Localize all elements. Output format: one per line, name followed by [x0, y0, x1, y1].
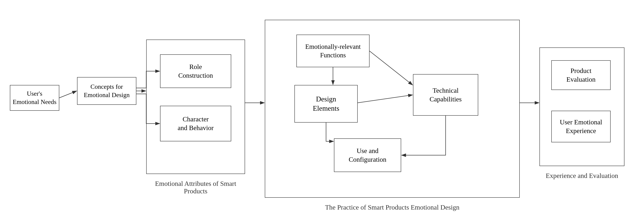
technical-capabilities-box: TechnicalCapabilities [413, 74, 478, 116]
concepts-emotional-design-box: Concepts forEmotional Design [77, 77, 136, 105]
use-configuration-box: Use andConfiguration [334, 138, 401, 172]
character-behavior-box: Characterand Behavior [160, 106, 231, 141]
emotionally-relevant-label: Emotionally-relevantFunctions [305, 42, 361, 60]
experience-evaluation-label: Experience and Evaluation [540, 172, 624, 180]
svg-line-1 [59, 91, 77, 98]
design-elements-box: DesignElements [294, 85, 358, 122]
practice-label: The Practice of Smart Products Emotional… [265, 204, 520, 211]
concepts-emotional-design-label: Concepts forEmotional Design [84, 83, 130, 99]
use-configuration-label: Use andConfiguration [349, 146, 386, 164]
user-emotional-experience-label: User EmotionalExperience [560, 118, 602, 135]
emotional-attributes-label: Emotional Attributes of Smart Products [146, 180, 245, 195]
role-construction-box: RoleConstruction [160, 54, 231, 88]
user-emotional-experience-box: User EmotionalExperience [551, 111, 610, 142]
product-evaluation-box: ProductEvaluation [551, 60, 610, 90]
users-emotional-needs-box: User'sEmotional Needs [10, 85, 59, 111]
product-evaluation-label: ProductEvaluation [566, 66, 596, 84]
character-behavior-label: Characterand Behavior [178, 115, 214, 132]
design-elements-label: DesignElements [313, 94, 339, 113]
users-emotional-needs-label: User'sEmotional Needs [13, 90, 56, 106]
diagram-container: User'sEmotional Needs Concepts forEmotio… [0, 0, 644, 223]
emotionally-relevant-box: Emotionally-relevantFunctions [296, 34, 370, 67]
role-construction-label: RoleConstruction [178, 62, 213, 80]
technical-capabilities-label: TechnicalCapabilities [430, 86, 462, 104]
